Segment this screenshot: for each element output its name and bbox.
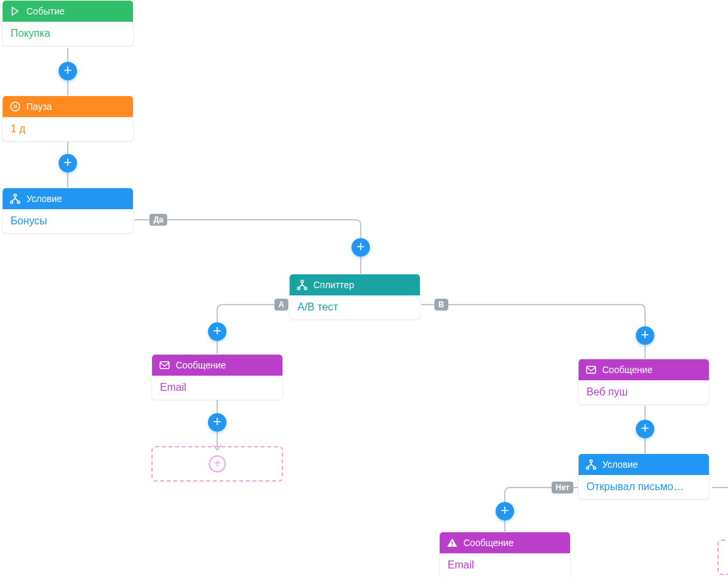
svg-point-5: [17, 201, 20, 203]
node-event-title: Событие: [26, 6, 65, 16]
pause-icon: [9, 101, 21, 113]
branch-icon: [585, 459, 597, 470]
svg-point-11: [590, 460, 592, 463]
svg-rect-14: [452, 541, 453, 545]
node-message-b-value: Веб пуш: [579, 380, 709, 404]
node-condition-title: Условие: [26, 193, 62, 204]
node-message-a-title: Сообщение: [176, 360, 226, 370]
svg-point-7: [298, 287, 300, 289]
mail-icon: [159, 359, 170, 371]
node-splitter-title: Сплиттер: [313, 280, 354, 290]
add-after-msg-a[interactable]: [208, 413, 226, 432]
svg-rect-1: [14, 105, 15, 109]
svg-rect-2: [16, 105, 17, 109]
svg-point-0: [11, 102, 20, 111]
svg-point-8: [304, 287, 307, 289]
drop-slot-empty[interactable]: [151, 446, 283, 482]
add-before-splitter[interactable]: [351, 238, 370, 257]
badge-no: Нет: [552, 482, 573, 493]
svg-point-13: [593, 466, 596, 469]
branch-icon: [9, 193, 21, 205]
svg-rect-9: [160, 362, 169, 369]
node-message-webpush[interactable]: Сообщение Веб пуш: [578, 359, 710, 405]
node-splitter-value: A/B тест: [290, 295, 420, 319]
mail-icon: [585, 364, 597, 376]
node-condition-value: Бонусы: [3, 209, 133, 233]
add-after-msg-b[interactable]: [636, 420, 654, 438]
node-splitter[interactable]: Сплиттер A/B тест: [289, 274, 421, 320]
node-pause[interactable]: Пауза 1 д: [2, 95, 134, 141]
svg-point-12: [586, 466, 589, 469]
node-message-c-value: Email: [440, 553, 570, 577]
add-after-pause[interactable]: [59, 154, 77, 172]
node-event-value: Покупка: [3, 22, 133, 45]
node-message-email-a[interactable]: Сообщение Email: [151, 354, 283, 400]
svg-rect-10: [586, 366, 596, 374]
split-icon: [296, 279, 308, 291]
add-placeholder-icon: [209, 455, 226, 472]
node-message-c-title: Сообщение: [463, 538, 513, 548]
add-before-msg-b[interactable]: [636, 326, 654, 345]
node-pause-title: Пауза: [26, 101, 52, 112]
node-condition-bonuses[interactable]: Условие Бонусы: [2, 188, 134, 234]
node-message-email-c[interactable]: Сообщение Email: [439, 532, 571, 577]
add-before-msg-a[interactable]: [208, 322, 226, 341]
alert-icon: [446, 537, 458, 549]
add-after-event[interactable]: [59, 62, 77, 80]
play-icon: [9, 5, 21, 17]
flow-canvas[interactable]: Событие Покупка Пауза 1 д Условие Бонусы…: [0, 0, 728, 577]
drop-slot-partial[interactable]: [717, 539, 728, 575]
svg-point-6: [301, 280, 303, 283]
node-pause-value: 1 д: [3, 117, 133, 141]
node-condition2-value: Открывал письмо…: [579, 475, 709, 499]
svg-point-4: [11, 201, 13, 203]
svg-point-3: [14, 194, 16, 197]
badge-a: A: [274, 299, 288, 311]
node-condition-opened-email[interactable]: Условие Открывал письмо…: [578, 453, 710, 499]
badge-b: B: [434, 299, 448, 311]
svg-rect-15: [452, 545, 453, 546]
add-before-msg-c[interactable]: [496, 502, 514, 520]
node-message-b-title: Сообщение: [602, 364, 652, 375]
node-condition2-title: Условие: [602, 459, 638, 470]
node-message-a-value: Email: [152, 376, 282, 399]
badge-yes: Да: [149, 214, 167, 226]
node-event[interactable]: Событие Покупка: [2, 0, 134, 46]
